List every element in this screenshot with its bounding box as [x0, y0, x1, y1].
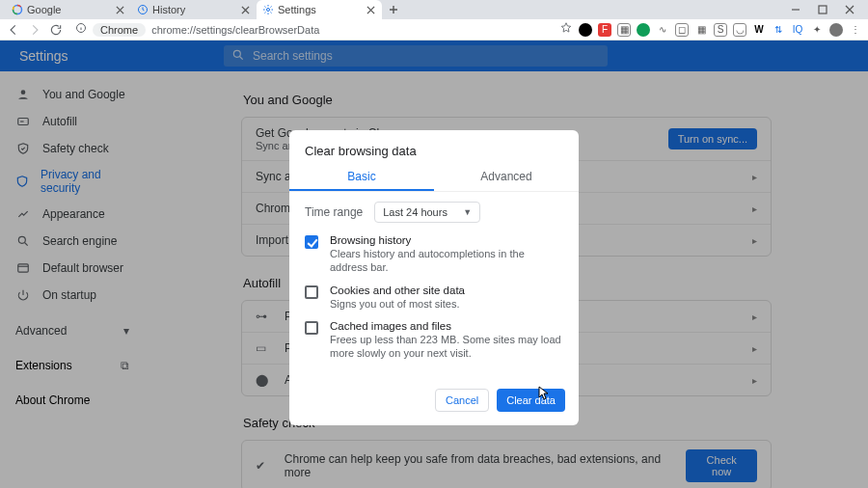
google-favicon	[12, 4, 23, 15]
browser-toolbar: Chrome chrome://settings/clearBrowserDat…	[0, 19, 868, 41]
ext-icon[interactable]: ▦	[694, 23, 708, 37]
option-title: Cookies and other site data	[330, 285, 465, 296]
tab-title: History	[152, 4, 185, 15]
ext-icon[interactable]: ◡	[733, 23, 746, 37]
tab-advanced[interactable]: Advanced	[434, 164, 579, 191]
tab-strip: Google History Settings	[0, 0, 868, 19]
checkbox[interactable]	[305, 321, 318, 335]
ext-icon[interactable]: ∿	[656, 23, 669, 37]
chevron-down-icon: ▼	[463, 207, 472, 217]
extension-tray: F ▦ ∿ ◻ ▦ S ◡ W ⇅ IQ ✦ ⋮	[579, 23, 862, 37]
checkbox[interactable]	[305, 285, 318, 299]
time-range-select[interactable]: Last 24 hours ▼	[374, 202, 480, 223]
address-chip: Chrome	[93, 23, 146, 37]
tab-basic[interactable]: Basic	[289, 164, 434, 191]
close-icon[interactable]	[239, 4, 251, 15]
option-cache[interactable]: Cached images and files Frees up less th…	[305, 320, 563, 361]
ext-icon[interactable]: W	[752, 23, 766, 37]
option-title: Browsing history	[330, 234, 563, 246]
window-maximize[interactable]	[816, 4, 829, 17]
reload-button[interactable]	[48, 22, 64, 38]
history-favicon	[137, 4, 149, 15]
profile-avatar[interactable]	[829, 23, 843, 37]
close-icon[interactable]	[114, 4, 125, 15]
extensions-icon[interactable]: ✦	[810, 23, 824, 37]
ext-icon[interactable]: ◻	[675, 23, 689, 37]
cursor-icon	[538, 386, 550, 401]
tab-history[interactable]: History	[131, 0, 257, 19]
ext-icon[interactable]	[579, 23, 592, 37]
option-desc: Frees up less than 223 MB. Some sites ma…	[330, 333, 563, 361]
tab-google[interactable]: Google	[6, 0, 131, 19]
option-browsing-history[interactable]: Browsing history Clears history and auto…	[305, 234, 563, 275]
ext-icon[interactable]: ⇅	[772, 23, 785, 37]
ext-icon[interactable]: S	[714, 23, 727, 37]
option-title: Cached images and files	[330, 320, 563, 332]
settings-favicon	[262, 4, 274, 15]
option-desc: Clears history and autocompletions in th…	[330, 247, 563, 275]
clear-browsing-data-dialog: Clear browsing data Basic Advanced Time …	[289, 130, 579, 425]
dialog-title: Clear browsing data	[289, 130, 579, 164]
tab-title: Google	[27, 4, 61, 15]
address-url: chrome://settings/clearBrowserData	[151, 24, 319, 36]
tab-title: Settings	[278, 4, 316, 15]
window-minimize[interactable]	[789, 4, 802, 17]
svg-point-2	[267, 9, 270, 12]
back-button[interactable]	[6, 22, 21, 38]
window-close[interactable]	[843, 4, 856, 17]
time-range-value: Last 24 hours	[383, 206, 448, 218]
close-icon[interactable]	[365, 4, 376, 15]
option-desc: Signs you out of most sites.	[330, 297, 465, 311]
new-tab-button[interactable]	[382, 0, 405, 19]
svg-rect-3	[819, 6, 827, 14]
cancel-button[interactable]: Cancel	[435, 389, 489, 412]
dialog-tabs: Basic Advanced	[289, 164, 579, 192]
forward-button[interactable]	[27, 22, 42, 38]
tab-settings[interactable]: Settings	[257, 0, 382, 19]
ext-icon[interactable]: ▦	[617, 23, 631, 37]
star-icon[interactable]	[559, 21, 573, 38]
site-info-icon[interactable]	[75, 22, 87, 37]
ext-icon[interactable]: IQ	[791, 23, 804, 37]
option-cookies[interactable]: Cookies and other site data Signs you ou…	[305, 285, 563, 311]
ext-icon[interactable]: F	[598, 23, 611, 37]
clear-data-button[interactable]: Clear data	[497, 389, 565, 412]
browser-menu[interactable]: ⋮	[849, 23, 862, 37]
address-bar[interactable]: Chrome chrome://settings/clearBrowserDat…	[69, 21, 554, 39]
ext-icon[interactable]	[637, 23, 650, 37]
checkbox[interactable]	[305, 235, 318, 249]
time-range-label: Time range	[305, 205, 363, 219]
